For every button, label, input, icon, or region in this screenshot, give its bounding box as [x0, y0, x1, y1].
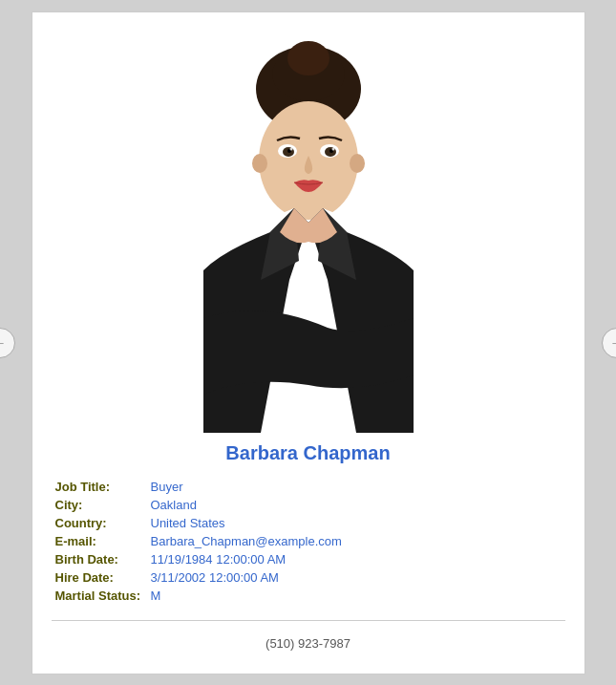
next-arrow-button[interactable]: → — [602, 328, 617, 358]
city-label: City: — [52, 496, 147, 514]
hire-date-row: Hire Date: 3/11/2002 12:00:00 AM — [52, 568, 565, 587]
email-row: E-mail: Barbara_Chapman@example.com — [52, 532, 565, 550]
profile-photo — [146, 32, 471, 433]
job-title-row: Job Title: Buyer — [52, 478, 565, 496]
birth-date-value: 11/19/1984 12:00:00 AM — [147, 550, 565, 568]
left-chevron-icon: ← — [0, 335, 7, 351]
prev-arrow-button[interactable]: ← — [0, 328, 15, 358]
city-value: Oakland — [147, 496, 565, 514]
right-chevron-icon: → — [610, 335, 617, 351]
hire-date-value: 3/11/2002 12:00:00 AM — [147, 568, 565, 587]
person-illustration — [146, 32, 471, 433]
birth-date-label: Birth Date: — [52, 550, 147, 568]
email-value: Barbara_Chapman@example.com — [147, 532, 565, 550]
martial-status-label: Martial Status: — [52, 587, 147, 605]
country-value: United States — [147, 514, 565, 532]
job-title-label: Job Title: — [52, 478, 147, 496]
birth-date-row: Birth Date: 11/19/1984 12:00:00 AM — [52, 550, 565, 568]
email-label: E-mail: — [52, 532, 147, 550]
hire-date-label: Hire Date: — [52, 568, 147, 587]
city-row: City: Oakland — [52, 496, 565, 514]
section-divider — [52, 620, 565, 621]
profile-card: ← → — [32, 11, 585, 674]
info-table: Job Title: Buyer City: Oakland Country: … — [52, 478, 565, 605]
svg-point-6 — [252, 154, 267, 173]
phone-section: (510) 923-7987 — [52, 631, 565, 654]
svg-point-3 — [287, 41, 329, 75]
svg-point-14 — [289, 147, 292, 150]
svg-point-15 — [331, 147, 334, 150]
job-title-value: Buyer — [147, 478, 565, 496]
martial-status-row: Martial Status: M — [52, 587, 565, 605]
martial-status-value: M — [147, 587, 565, 605]
person-name: Barbara Chapman — [52, 442, 565, 464]
svg-point-7 — [350, 154, 365, 173]
country-row: Country: United States — [52, 514, 565, 532]
photo-section — [52, 32, 565, 433]
country-label: Country: — [52, 514, 147, 532]
phone-number: (510) 923-7987 — [266, 636, 350, 651]
